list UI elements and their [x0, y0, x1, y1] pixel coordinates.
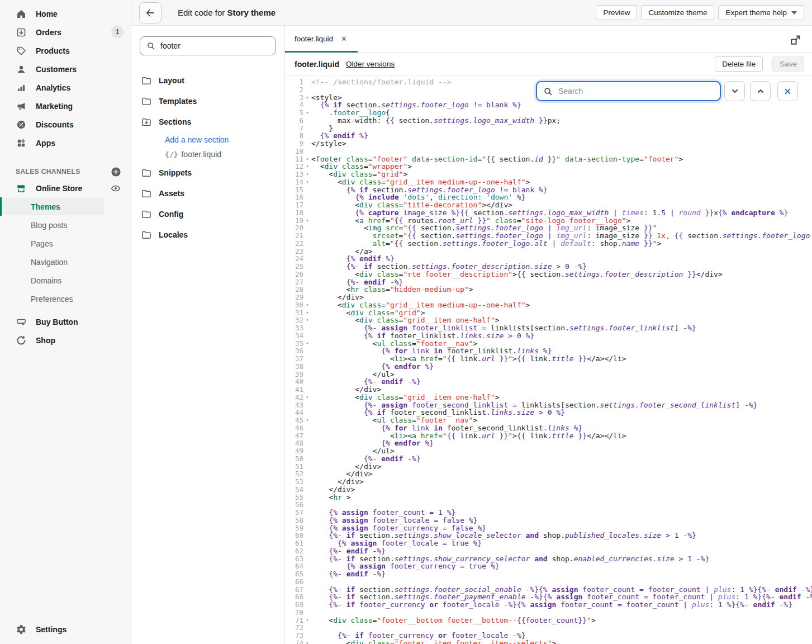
code-text[interactable]: {% if section.settings.footer_logo != bl… [311, 101, 812, 109]
sidebar-item-marketing[interactable]: Marketing [0, 97, 131, 115]
folder-templates[interactable]: Templates [140, 91, 276, 111]
sidebar-item-themes[interactable]: Themes [0, 197, 131, 216]
code-text[interactable]: {% if footer_second_linklist.links.size … [311, 409, 812, 416]
code-text[interactable]: </div> [311, 486, 812, 494]
code-text[interactable]: <div class="title-decoration"></div> [311, 201, 812, 209]
fold-toggle-icon[interactable]: ▾ [303, 178, 311, 186]
code-text[interactable]: {% endif %} [311, 132, 812, 140]
fold-toggle-icon[interactable]: ▾ [303, 416, 311, 424]
sidebar-item-orders[interactable]: Orders1 [0, 23, 131, 41]
code-text[interactable]: </ul> [311, 371, 812, 378]
folder-config[interactable]: Config [140, 203, 276, 224]
fold-toggle-icon[interactable]: ▾ [303, 163, 311, 171]
code-text[interactable]: <div class="grid__item medium-up--one-ha… [311, 301, 812, 309]
code-text[interactable]: {%- assign footer_second_linklist = link… [311, 401, 812, 409]
fold-toggle-icon[interactable]: ▾ [303, 617, 311, 624]
code-text[interactable]: alt="{{ section.settings.footer_logo.alt… [311, 240, 812, 248]
back-button[interactable] [139, 2, 162, 23]
code-text[interactable]: <div class="rte footer__description">{{ … [311, 271, 812, 278]
fold-toggle-icon[interactable]: ▾ [303, 109, 311, 117]
code-text[interactable]: {% endfor %} [311, 439, 812, 447]
code-text[interactable] [311, 501, 812, 509]
find-next-button[interactable] [724, 81, 745, 101]
folder-layout[interactable]: Layout [140, 70, 276, 91]
fold-toggle-icon[interactable]: ▾ [303, 301, 311, 309]
code-text[interactable]: {%- endif -%} [311, 570, 812, 578]
sidebar-item-preferences[interactable]: Preferences [0, 290, 131, 308]
add-sales-channel-button[interactable] [110, 165, 122, 178]
code-text[interactable]: {% capture image_size %}{{ section.setti… [311, 209, 812, 217]
code-text[interactable]: {% for link in footer_second_linklist.li… [311, 424, 812, 432]
code-text[interactable]: } [311, 125, 812, 132]
code-text[interactable]: <div class="grid"> [311, 171, 812, 178]
fold-toggle-icon[interactable]: ▾ [303, 309, 311, 317]
code-text[interactable]: {%- if footer_currency or footer_locale … [311, 632, 812, 640]
save-button[interactable]: Save [772, 56, 804, 72]
sidebar-item-navigation[interactable]: Navigation [0, 253, 131, 271]
code-text[interactable]: <a href="{{ routes.root_url }}" class="s… [311, 217, 812, 225]
file-search-input[interactable] [160, 41, 269, 50]
fold-toggle-icon[interactable]: ▾ [303, 316, 311, 324]
code-text[interactable]: <div class="footer__item footer__item--s… [311, 640, 812, 644]
code-text[interactable]: .footer__logo{ [311, 109, 812, 117]
sidebar-item-discounts[interactable]: Discounts [0, 115, 131, 134]
code-text[interactable]: max-width: {{ section.settings.logo_max_… [311, 117, 812, 125]
code-text[interactable]: {% assign footer_count = 1 %} [311, 509, 812, 517]
sidebar-item-home[interactable]: Home [0, 4, 131, 23]
customize-theme-button[interactable]: Customize theme [641, 5, 714, 20]
sidebar-item-customers[interactable]: Customers [0, 60, 131, 78]
code-text[interactable]: <li><a href="{{ link.url }}">{{ link.tit… [311, 432, 812, 440]
code-text[interactable] [311, 624, 812, 632]
code-text[interactable]: </a> [311, 248, 812, 255]
tab-close-icon[interactable]: ✕ [341, 35, 347, 43]
code-text[interactable]: {%- if section.settings.footer_descripti… [311, 263, 812, 271]
code-text[interactable]: <img src="{{ section.settings.footer_log… [311, 224, 812, 232]
code-text[interactable] [311, 578, 812, 586]
add-new-section-link[interactable]: Add a new section [165, 132, 276, 148]
view-store-button[interactable] [110, 182, 122, 195]
code-text[interactable]: {%- if section.settings.footer_payment_e… [311, 593, 812, 601]
code-text[interactable]: {%- assign footer_linklist = linklists[s… [311, 324, 812, 332]
code-text[interactable]: <hr > [311, 494, 812, 501]
sidebar-item-online-store[interactable]: Online Store [0, 179, 131, 197]
sidebar-item-settings[interactable]: Settings [0, 619, 131, 640]
fold-toggle-icon[interactable]: ▾ [303, 640, 311, 644]
code-text[interactable]: <div class="grid__item medium-up--one-ha… [311, 178, 812, 186]
preview-button[interactable]: Preview [596, 5, 637, 20]
code-text[interactable]: <hr class="hidden-medium-up"> [311, 286, 812, 293]
code-text[interactable]: </ul> [311, 447, 812, 455]
sidebar-item-blog-posts[interactable]: Blog posts [0, 216, 131, 234]
code-text[interactable]: srcset="{{ section.settings.footer_logo … [311, 232, 812, 240]
code-text[interactable]: {% assign footer_locale = true %} [311, 539, 812, 547]
code-text[interactable]: </div> [311, 470, 812, 478]
folder-sections[interactable]: Sections [140, 111, 276, 132]
code-text[interactable]: {%- if section.settings.show_locale_sele… [311, 532, 812, 539]
fold-toggle-icon[interactable]: ▾ [303, 394, 311, 401]
folder-snippets[interactable]: Snippets [140, 162, 276, 183]
code-text[interactable]: {%- endif -%} [311, 455, 812, 463]
sidebar-item-shop[interactable]: Shop [0, 331, 131, 349]
sidebar-item-pages[interactable]: Pages [0, 234, 131, 253]
sidebar-item-domains[interactable]: Domains [0, 271, 131, 290]
sidebar-item-analytics[interactable]: Analytics [0, 78, 131, 97]
code-text[interactable]: <div class="grid__item one-half"> [311, 394, 812, 401]
code-text[interactable]: </div> [311, 293, 812, 301]
code-text[interactable]: <div class="grid__item one-half"> [311, 316, 812, 324]
fold-toggle-icon[interactable]: ▾ [303, 340, 311, 348]
delete-file-button[interactable]: Delete file [715, 56, 763, 72]
sidebar-item-apps[interactable]: Apps [0, 134, 131, 152]
code-text[interactable]: {%- endif -%} [311, 378, 812, 386]
code-text[interactable]: {% assign footer_currency = false %} [311, 524, 812, 532]
older-versions-link[interactable]: Older versions [346, 60, 395, 68]
code-text[interactable] [311, 148, 812, 155]
file-item-footer-liquid[interactable]: {/}footer.liquid [165, 148, 276, 162]
code-text[interactable]: <div class="footer__bottom footer__botto… [311, 617, 812, 624]
code-text[interactable]: <div class="grid"> [311, 309, 812, 317]
find-previous-button[interactable] [750, 81, 771, 101]
code-text[interactable] [311, 609, 812, 617]
code-text[interactable]: </div> [311, 463, 812, 471]
editor-find-input[interactable] [558, 87, 714, 96]
code-text[interactable]: {% endif %} [311, 255, 812, 263]
sidebar-item-products[interactable]: Products [0, 41, 131, 60]
code-text[interactable]: </div> [311, 478, 812, 486]
